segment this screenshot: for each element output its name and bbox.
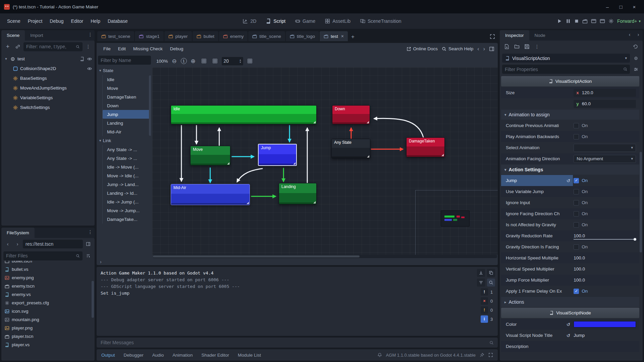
member-item-selected[interactable]: Jump [103,110,151,119]
member-item[interactable]: Any State -> ... [103,154,151,163]
member-item[interactable]: Move [103,84,151,93]
graph-node-move[interactable]: Move [190,146,230,166]
tree-row-switchsettings[interactable]: SwitchSettings [1,103,95,112]
section-actions[interactable]: ▸ Actions [501,297,639,307]
zoom-reset-button[interactable]: 1 [181,58,187,64]
search-log-button[interactable] [487,279,495,287]
resource-dropdown[interactable]: VisualScriptAction ▾ [502,54,630,63]
bottom-tab-output[interactable]: Output [101,353,115,358]
play-scene-button[interactable] [591,18,596,24]
checkbox[interactable] [574,134,579,139]
member-item[interactable]: Move -> Jump... [103,206,151,215]
checkbox-checked[interactable]: ✓ [574,178,579,183]
scene-tab[interactable]: title_logo [286,31,319,41]
color-picker-swatch[interactable] [574,321,636,327]
file-sort-button[interactable] [84,251,93,260]
zoom-in-button[interactable]: ⊕ [189,57,197,65]
workspace-assetlib[interactable]: AssetLib [321,16,354,26]
category-visualscriptaction[interactable]: VisualScriptAction [501,76,639,86]
bottom-tab-audio[interactable]: Audio [152,353,164,358]
select-animation-dropdown[interactable]: ▾ [574,144,636,152]
play-button[interactable] [557,18,562,24]
member-item[interactable]: DamageTake... [103,215,151,224]
tree-row-basesettings[interactable]: BaseSettings [1,73,95,83]
grid-toggle-button[interactable] [211,57,219,65]
filesystem-scrollbar[interactable] [92,281,94,318]
revert-icon[interactable]: ↺ [567,333,570,338]
collapse-caret-icon[interactable]: ▾ [4,57,8,61]
counter-errors[interactable]: ×0 [476,297,495,305]
menu-project[interactable]: Project [24,16,46,26]
file-row[interactable]: bullet.tscn [1,261,95,265]
file-row[interactable]: export_presets.cfg [1,299,95,307]
counter-important[interactable]: !1 [476,288,495,296]
menu-help[interactable]: Help [87,16,104,26]
snap-toggle-button[interactable] [200,57,208,65]
menu-database[interactable]: Database [104,16,131,26]
spin-down-icon[interactable]: ▾ [240,61,241,63]
file-row[interactable]: enemy.tscn [1,282,95,290]
scene-tab[interactable]: bullet [193,31,218,41]
checkbox[interactable] [574,244,579,250]
workspace-script[interactable]: Script [262,16,289,26]
checkbox[interactable] [574,189,579,194]
bottom-tab-module-list[interactable]: Module List [238,353,261,358]
section-action-settings[interactable]: ▾ Action Settings [501,165,639,175]
visibility-eye-icon[interactable] [87,66,92,71]
new-resource-button[interactable] [502,42,511,51]
bottom-tab-animation[interactable]: Animation [172,353,193,358]
graph-node-mid-air[interactable]: Mid-Air [171,184,250,205]
property-tools-button[interactable] [632,65,640,74]
revert-icon[interactable]: ↺ [567,322,570,327]
tree-row-moveandjumpsettings[interactable]: MoveAndJumpSettings [1,83,95,93]
graph-node-idle[interactable]: Idle [171,105,317,124]
menu-debug[interactable]: Debug [46,16,67,26]
resource-menu-button[interactable]: ⋮ [533,42,541,51]
checkbox[interactable] [574,123,579,128]
script-history-forward-button[interactable]: › [483,46,485,52]
script-menu-edit[interactable]: Edit [115,44,129,53]
add-node-button[interactable]: + [3,42,12,51]
history-forward-button[interactable]: › [13,240,22,248]
snap-distance-spinbox[interactable]: 20 ▴▾ [222,57,243,65]
section-animation-to-assign[interactable]: ▾ Animation to assign [501,110,639,120]
pause-button[interactable] [566,18,571,24]
visibility-eye-icon[interactable] [87,57,92,61]
member-item[interactable]: Idle -> Jump (... [103,197,151,206]
tab-inspector[interactable]: Inspector [500,30,529,41]
category-visualscriptnode[interactable]: VisualScriptNode [501,308,639,318]
size-y-field[interactable]: y60.0 [574,100,636,108]
renderer-dropdown[interactable]: Forward+▾ [617,18,641,24]
counter-messages[interactable]: i3 [476,315,495,323]
member-item[interactable]: Landing -> Id... [103,189,151,197]
script-menu-file[interactable]: File [100,44,114,53]
zoom-out-button[interactable]: ⊖ [170,57,178,65]
search-help-button[interactable]: Search Help [442,46,473,51]
script-menu-missing-check[interactable]: Missing Check [130,44,166,53]
member-item[interactable]: Mid-Air [103,127,151,136]
close-button[interactable]: × [629,2,640,11]
size-x-field[interactable]: x120.0 [574,89,636,97]
member-filter-input[interactable] [101,58,148,63]
number-field[interactable]: 100.0 [574,278,585,283]
member-item[interactable]: Jump -> Land... [103,180,151,189]
scene-tab[interactable]: title_scene [248,31,285,41]
property-filter-input[interactable] [505,67,621,72]
filter-messages-input[interactable] [101,340,487,345]
scene-tab[interactable]: player [164,31,192,41]
number-field[interactable]: 100.0 [574,233,585,238]
graph-node-damagetaken[interactable]: DamageTaken [406,137,445,157]
expand-bottom-panel-icon[interactable] [488,353,493,357]
file-row[interactable]: player.tscn [1,332,95,341]
menu-scene[interactable]: Scene [3,16,24,26]
file-row[interactable]: mountain.png [1,315,95,324]
inspector-scrollbar[interactable] [640,152,642,252]
slider[interactable] [574,239,636,240]
new-scene-tab-button[interactable]: + [348,33,357,41]
minimize-button[interactable]: – [602,2,613,11]
workspace-game[interactable]: Game [291,16,319,26]
toggle-scripts-panel-icon[interactable] [489,46,494,52]
workspace-2d[interactable]: 2D [239,16,260,26]
menu-editor[interactable]: Editor [67,16,87,26]
bottom-tab-shader-editor[interactable]: Shader Editor [201,353,229,358]
